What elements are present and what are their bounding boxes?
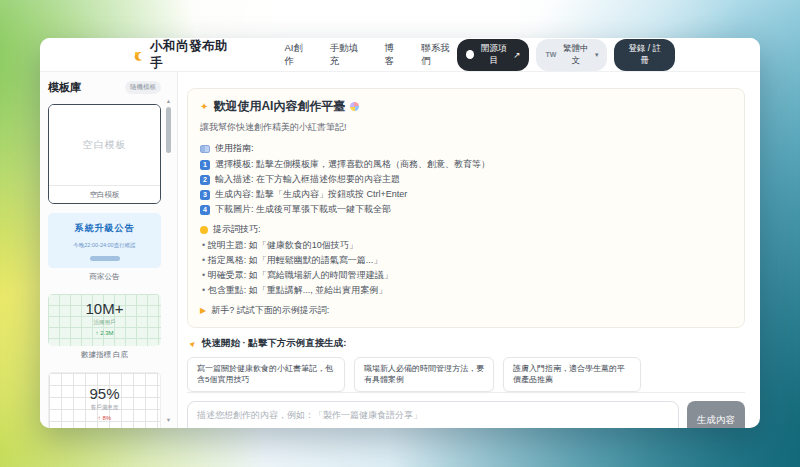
template-preview-metrics-green: 10M+ 活躍用戶 ↑ 2.3M bbox=[48, 294, 161, 346]
quickstart-examples: 寫一篇關於健康飲食的小紅書筆記，包含5個實用技巧 職場新人必備的時間管理方法，要… bbox=[187, 357, 745, 392]
nav-ai-create[interactable]: AI創作 bbox=[284, 42, 310, 68]
step-number-icon: 2 bbox=[200, 175, 210, 185]
guide-title: 使用指南: bbox=[215, 142, 254, 155]
app-body: 模板庫 隨機模板 空白模板 空白模板 系統升級公告 今晚22:00-24:00進… bbox=[40, 72, 760, 428]
template-card-blank[interactable]: 空白模板 空白模板 bbox=[48, 104, 161, 204]
tip-item: 明確受眾: 如「寫給職場新人的時間管理建議」 bbox=[200, 270, 732, 281]
open-source-label: 開源項目 bbox=[478, 43, 509, 67]
metric-value: 95% bbox=[49, 385, 160, 402]
app-window: 小和尚發布助手 AI創作 手動填充 博客 聯系我們 開源項目 ↗ TW 繁體中文… bbox=[40, 38, 760, 428]
tip-item: 指定風格: 如「用輕鬆幽默的語氣寫一篇...」 bbox=[200, 255, 732, 266]
open-source-button[interactable]: 開源項目 ↗ bbox=[457, 39, 530, 71]
welcome-panel: ✦ 歡迎使用AI內容創作平臺 讓我幫你快速創作精美的小紅書筆記! 使用指南: 1… bbox=[187, 88, 745, 328]
blank-preview-text: 空白模板 bbox=[83, 138, 127, 152]
app-header: 小和尚發布助手 AI創作 手動填充 博客 聯系我們 開源項目 ↗ TW 繁體中文… bbox=[40, 38, 760, 72]
example-prompt-button[interactable]: 寫一篇關於健康飲食的小紅書筆記，包含5個實用技巧 bbox=[187, 357, 345, 392]
newbie-hint: 新手? 試試下面的示例提示詞: bbox=[211, 304, 329, 317]
example-prompt-button[interactable]: 護膚入門指南，適合學生黨的平價產品推薦 bbox=[503, 357, 641, 392]
prompt-input[interactable] bbox=[187, 401, 679, 428]
pointing-hand-icon: ▶ bbox=[200, 306, 206, 315]
github-icon bbox=[466, 50, 474, 59]
template-card-metrics-green[interactable]: 10M+ 活躍用戶 ↑ 2.3M 數據指標 白底 bbox=[48, 294, 161, 363]
nav-blog[interactable]: 博客 bbox=[384, 42, 402, 68]
template-caption: 空白模板 bbox=[49, 185, 160, 203]
announcement-subtitle: 今晚22:00-24:00進行維護 bbox=[48, 242, 161, 249]
language-label: 繁體中文 bbox=[560, 43, 591, 67]
main-nav: AI創作 手動填充 博客 聯系我們 bbox=[284, 42, 456, 68]
welcome-subtitle: 讓我幫你快速創作精美的小紅書筆記! bbox=[200, 121, 732, 134]
template-caption: 數據指標 白底 bbox=[48, 346, 161, 363]
random-template-badge[interactable]: 隨機模板 bbox=[125, 81, 161, 94]
chevron-down-icon: ▾ bbox=[595, 51, 599, 59]
scroll-down-icon[interactable]: ▼ bbox=[165, 417, 172, 424]
template-card-announcement[interactable]: 系統升級公告 今晚22:00-24:00進行維護 商家公告 bbox=[48, 213, 161, 285]
tip-item: 說明主題: 如「健康飲食的10個技巧」 bbox=[200, 240, 732, 251]
header-actions: 開源項目 ↗ TW 繁體中文 ▾ 登錄 / 註冊 bbox=[457, 39, 675, 71]
step-number-icon: 1 bbox=[200, 160, 210, 170]
step-number-icon: 4 bbox=[200, 205, 210, 215]
guide-step: 4 下載圖片: 生成後可單張下載或一鍵下載全部 bbox=[200, 204, 732, 215]
step-number-icon: 3 bbox=[200, 190, 210, 200]
login-register-button[interactable]: 登錄 / 註冊 bbox=[614, 39, 675, 71]
scrollbar-thumb[interactable] bbox=[166, 107, 171, 153]
app-title: 小和尚發布助手 bbox=[150, 38, 236, 72]
metric-delta: ↑ 8% bbox=[49, 415, 160, 421]
tip-item: 包含重點: 如「重點講解..., 並給出實用案例」 bbox=[200, 285, 732, 296]
template-card-metrics-white[interactable]: 95% 客戶滿意度 ↑ 8% bbox=[48, 372, 161, 428]
tips-title: 提示詞技巧: bbox=[213, 223, 261, 236]
template-preview-announcement: 系統升級公告 今晚22:00-24:00進行維護 bbox=[48, 213, 161, 268]
nav-manual-fill[interactable]: 手動填充 bbox=[330, 42, 366, 68]
lightbulb-icon bbox=[200, 226, 208, 234]
step-text: 下載圖片: 生成後可單張下載或一鍵下載全部 bbox=[215, 204, 391, 215]
welcome-title: 歡迎使用AI內容創作平臺 bbox=[213, 98, 345, 115]
main-content: ✦ 歡迎使用AI內容創作平臺 讓我幫你快速創作精美的小紅書筆記! 使用指南: 1… bbox=[178, 72, 760, 428]
rocket-icon: ▲ bbox=[187, 338, 199, 350]
nav-contact-us[interactable]: 聯系我們 bbox=[421, 42, 457, 68]
metric-delta: ↑ 2.3M bbox=[48, 330, 161, 336]
generate-content-button[interactable]: 生成內容 bbox=[687, 401, 745, 428]
template-preview-blank: 空白模板 bbox=[49, 105, 160, 185]
template-caption: 商家公告 bbox=[48, 268, 161, 285]
external-link-icon: ↗ bbox=[513, 50, 520, 60]
scroll-up-icon[interactable]: ▲ bbox=[165, 98, 172, 105]
app-logo[interactable]: 小和尚發布助手 bbox=[132, 38, 236, 72]
guide-step: 2 輸入描述: 在下方輸入框描述你想要的內容主題 bbox=[200, 174, 732, 185]
metric-label: 客戶滿意度 bbox=[49, 404, 160, 411]
step-text: 生成內容: 點擊「生成內容」按鈕或按 Ctrl+Enter bbox=[215, 189, 407, 200]
announcement-chip bbox=[90, 256, 120, 261]
template-preview-metrics-white: 95% 客戶滿意度 ↑ 8% bbox=[48, 372, 161, 428]
sidebar-scrollbar[interactable]: ▲ ▼ bbox=[165, 98, 172, 424]
template-sidebar: 模板庫 隨機模板 空白模板 空白模板 系統升級公告 今晚22:00-24:00進… bbox=[40, 72, 178, 428]
metric-value: 10M+ bbox=[48, 300, 161, 317]
step-text: 輸入描述: 在下方輸入框描述你想要的內容主題 bbox=[215, 174, 400, 185]
step-text: 選擇模板: 點擊左側模板庫，選擇喜歡的風格（商務、創意、教育等） bbox=[215, 159, 490, 170]
sparkles-icon: ✦ bbox=[200, 101, 208, 112]
monk-logo-icon bbox=[132, 48, 145, 61]
quickstart-title: 快速開始 · 點擊下方示例直接生成: bbox=[202, 337, 347, 350]
announcement-title: 系統升級公告 bbox=[48, 222, 161, 235]
composer: 生成內容 bbox=[187, 392, 745, 428]
guide-step: 1 選擇模板: 點擊左側模板庫，選擇喜歡的風格（商務、創意、教育等） bbox=[200, 159, 732, 170]
metric-label: 活躍用戶 bbox=[48, 319, 161, 326]
book-icon bbox=[200, 145, 210, 153]
sidebar-title: 模板庫 bbox=[48, 80, 81, 95]
palette-icon bbox=[350, 102, 359, 111]
language-selector[interactable]: TW 繁體中文 ▾ bbox=[536, 39, 607, 71]
language-region-tag: TW bbox=[545, 51, 556, 58]
example-prompt-button[interactable]: 職場新人必備的時間管理方法，要有具體案例 bbox=[354, 357, 494, 392]
guide-step: 3 生成內容: 點擊「生成內容」按鈕或按 Ctrl+Enter bbox=[200, 189, 732, 200]
